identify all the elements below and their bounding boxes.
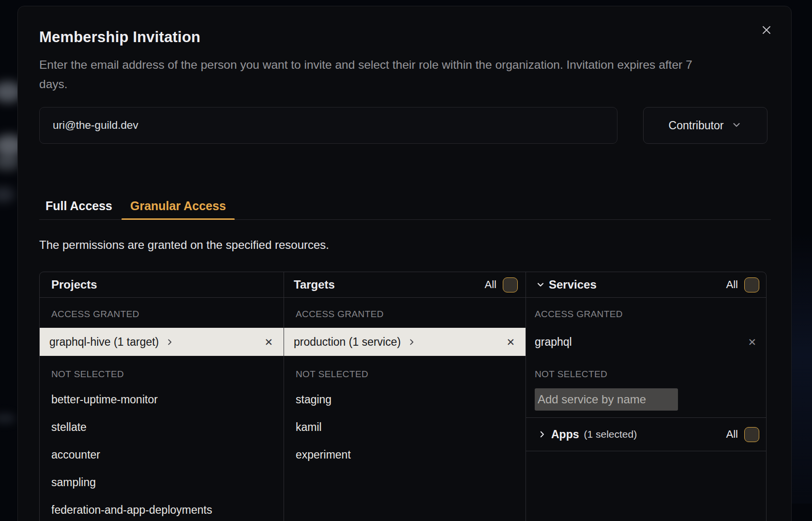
project-item[interactable]: better-uptime-monitor	[40, 386, 284, 414]
target-item[interactable]: kamil	[284, 414, 526, 441]
targets-granted-name: production (1 service)	[294, 336, 401, 349]
targets-all-checkbox[interactable]	[503, 277, 518, 292]
services-granted-name: graphql	[535, 336, 572, 349]
spacer	[40, 380, 284, 386]
spacer	[284, 380, 526, 386]
services-column-header: Services All	[526, 272, 767, 297]
apps-all-checkbox[interactable]	[744, 427, 759, 442]
dialog-description: Enter the email address of the person yo…	[39, 55, 722, 94]
targets-header-label: Targets	[294, 278, 335, 291]
targets-not-selected-label: NOT SELECTED	[284, 368, 526, 380]
projects-column: ACCESS GRANTED graphql-hive (1 target) ✕…	[40, 298, 284, 521]
remove-target-icon[interactable]: ✕	[506, 337, 515, 347]
tab-full-access[interactable]: Full Access	[45, 199, 112, 214]
dialog-title: Membership Invitation	[39, 29, 200, 46]
projects-granted-name: graphql-hive (1 target)	[49, 336, 159, 349]
resources-table-header: Projects Targets All Services All	[40, 272, 766, 298]
target-item[interactable]: staging	[284, 386, 526, 414]
chevron-down-icon	[731, 120, 742, 133]
services-access-granted-label: ACCESS GRANTED	[526, 308, 767, 320]
apps-all-label: All	[726, 428, 738, 441]
projects-not-selected-label: NOT SELECTED	[40, 368, 284, 380]
targets-granted-row[interactable]: production (1 service) ✕	[284, 328, 526, 356]
chevron-right-icon	[407, 338, 416, 346]
tab-granular-access[interactable]: Granular Access	[130, 199, 226, 214]
resources-table-body: ACCESS GRANTED graphql-hive (1 target) ✕…	[40, 298, 766, 521]
background-blur-blob	[0, 187, 15, 202]
targets-column: ACCESS GRANTED production (1 service) ✕ …	[284, 298, 526, 521]
chevron-right-icon	[165, 338, 174, 346]
services-all-label: All	[726, 278, 738, 291]
project-item[interactable]: sampling	[40, 469, 284, 496]
target-item[interactable]: experiment	[284, 441, 526, 469]
background-blur-blob	[0, 413, 15, 424]
add-service-input[interactable]	[535, 388, 678, 411]
invite-email-input[interactable]	[39, 107, 617, 144]
background-tint	[790, 232, 812, 504]
apps-selected-count: (1 selected)	[584, 429, 637, 440]
services-column: ACCESS GRANTED graphql ✕ NOT SELECTED Ap…	[526, 298, 767, 521]
resources-table: Projects Targets All Services All	[39, 272, 767, 521]
projects-granted-row[interactable]: graphql-hive (1 target) ✕	[40, 328, 284, 356]
targets-all-label: All	[485, 278, 496, 291]
project-item[interactable]: accounter	[40, 441, 284, 469]
services-collapse-chevron-down-icon[interactable]	[536, 280, 545, 290]
projects-column-header: Projects	[40, 272, 284, 297]
services-not-selected-label: NOT SELECTED	[526, 368, 767, 380]
role-select-value: Contributor	[669, 119, 724, 132]
active-tab-underline	[121, 218, 235, 220]
membership-invitation-dialog: Membership Invitation Enter the email ad…	[17, 6, 792, 521]
remove-service-icon[interactable]: ✕	[748, 337, 756, 347]
projects-header-label: Projects	[51, 278, 97, 291]
services-granted-row[interactable]: graphql ✕	[526, 328, 767, 356]
role-select[interactable]: Contributor	[643, 107, 767, 144]
apps-group-label: Apps	[551, 428, 579, 441]
targets-column-header: Targets All	[284, 272, 526, 297]
apps-expand-chevron-right-icon[interactable]	[538, 430, 546, 439]
targets-access-granted-label: ACCESS GRANTED	[284, 308, 526, 320]
close-icon[interactable]	[757, 20, 776, 40]
project-item[interactable]: federation-and-app-deployments	[40, 496, 284, 521]
remove-project-icon[interactable]: ✕	[264, 337, 273, 347]
project-item[interactable]: stellate	[40, 414, 284, 441]
apps-group-row[interactable]: Apps (1 selected) All	[526, 417, 767, 451]
permissions-note: The permissions are granted on the speci…	[39, 238, 329, 252]
services-header-label: Services	[549, 278, 597, 291]
projects-access-granted-label: ACCESS GRANTED	[40, 308, 284, 320]
services-all-checkbox[interactable]	[744, 277, 759, 292]
